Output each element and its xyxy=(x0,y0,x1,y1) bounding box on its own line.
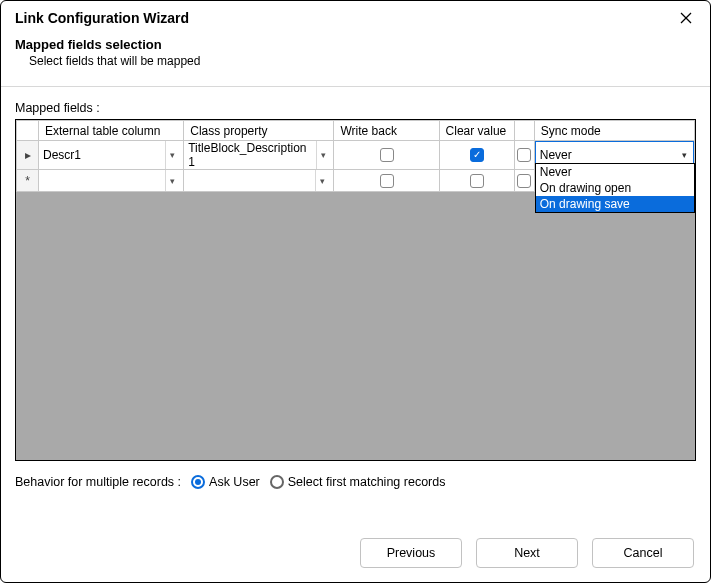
behavior-ask-label: Ask User xyxy=(209,475,260,489)
behavior-radio-ask[interactable]: Ask User xyxy=(191,475,260,489)
window-title: Link Configuration Wizard xyxy=(15,10,189,26)
row-marker: ▸ xyxy=(17,141,39,170)
col-header-spacer xyxy=(514,121,534,141)
syncmode-option-save[interactable]: On drawing save xyxy=(536,196,694,212)
syncmode-value: Never xyxy=(540,148,572,162)
cell-external[interactable]: Descr1 ▾ xyxy=(39,141,184,170)
radio-on-icon xyxy=(191,475,205,489)
clearvalue-checkbox[interactable] xyxy=(470,148,484,162)
writeback-checkbox[interactable] xyxy=(380,148,394,162)
syncmode-dropdown[interactable]: Never On drawing open On drawing save xyxy=(535,163,695,213)
cell-classprop[interactable]: ▾ xyxy=(184,170,334,192)
behavior-first-label: Select first matching records xyxy=(288,475,446,489)
page-title: Mapped fields selection xyxy=(15,37,696,52)
cell-writeback[interactable] xyxy=(334,170,439,192)
col-header-external[interactable]: External table column xyxy=(39,121,184,141)
mapped-fields-grid[interactable]: External table column Class property Wri… xyxy=(15,119,696,461)
chevron-down-icon[interactable]: ▾ xyxy=(165,170,179,191)
row-marker: * xyxy=(17,170,39,192)
col-header-writeback[interactable]: Write back xyxy=(334,121,439,141)
cell-clearvalue[interactable] xyxy=(439,141,514,170)
col-header-classprop[interactable]: Class property xyxy=(184,121,334,141)
close-button[interactable] xyxy=(672,7,700,29)
cell-external[interactable]: ▾ xyxy=(39,170,184,192)
external-value: Descr1 xyxy=(43,148,81,162)
previous-button[interactable]: Previous xyxy=(360,538,462,568)
cancel-button[interactable]: Cancel xyxy=(592,538,694,568)
grid-caption: Mapped fields : xyxy=(15,101,696,115)
cell-extra[interactable] xyxy=(514,141,534,170)
table-row[interactable]: ▸ Descr1 ▾ TitleBlock_Description 1 ▾ xyxy=(17,141,695,170)
col-header-clearvalue[interactable]: Clear value xyxy=(439,121,514,141)
syncmode-option-never[interactable]: Never xyxy=(536,164,694,180)
radio-off-icon xyxy=(270,475,284,489)
cell-clearvalue[interactable] xyxy=(439,170,514,192)
classprop-value: TitleBlock_Description 1 xyxy=(188,141,315,169)
close-icon xyxy=(680,12,692,24)
chevron-down-icon[interactable]: ▾ xyxy=(316,141,330,169)
next-button[interactable]: Next xyxy=(476,538,578,568)
extra-checkbox[interactable] xyxy=(517,174,531,188)
syncmode-option-open[interactable]: On drawing open xyxy=(536,180,694,196)
clearvalue-checkbox[interactable] xyxy=(470,174,484,188)
col-header-syncmode[interactable]: Sync mode xyxy=(534,121,694,141)
chevron-down-icon[interactable]: ▾ xyxy=(315,170,329,191)
cell-extra[interactable] xyxy=(514,170,534,192)
behavior-radio-first[interactable]: Select first matching records xyxy=(270,475,446,489)
col-header-selector xyxy=(17,121,39,141)
extra-checkbox[interactable] xyxy=(517,148,531,162)
cell-writeback[interactable] xyxy=(334,141,439,170)
behavior-label: Behavior for multiple records : xyxy=(15,475,181,489)
writeback-checkbox[interactable] xyxy=(380,174,394,188)
cell-syncmode[interactable]: Never ▾ Never On drawing open On drawing… xyxy=(534,141,694,170)
page-subtitle: Select fields that will be mapped xyxy=(15,54,696,68)
chevron-down-icon[interactable]: ▾ xyxy=(165,141,179,169)
cell-classprop[interactable]: TitleBlock_Description 1 ▾ xyxy=(184,141,334,170)
